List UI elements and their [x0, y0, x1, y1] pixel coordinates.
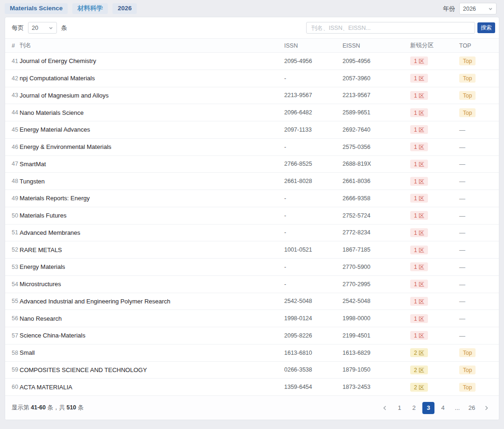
row-number: 59 — [5, 366, 20, 373]
top-cell: Top — [459, 91, 499, 100]
journal-name[interactable]: Advanced Membranes — [20, 229, 284, 236]
journal-name[interactable]: Energy Materials — [20, 263, 284, 270]
year-select[interactable]: 2026 — [459, 3, 497, 14]
eissn-value: 2752-5724 — [343, 212, 410, 219]
journal-name[interactable]: Journal of Energy Chemistry — [20, 57, 284, 64]
col-header-partition: 新锐分区 — [410, 42, 459, 49]
top-cell: Top — [459, 366, 499, 374]
journal-name[interactable]: Materials Reports: Energy — [20, 195, 284, 202]
table-row: 52RARE METALS1001-05211867-71851 区— — [5, 241, 499, 259]
eissn-value: 2057-3960 — [343, 75, 410, 82]
top-cell: — — [459, 160, 499, 168]
row-number: 41 — [5, 58, 20, 64]
journal-name[interactable]: Small — [20, 349, 284, 356]
category-tag[interactable]: Materials Science — [5, 3, 68, 14]
category-tag[interactable]: 材料科学 — [72, 3, 108, 14]
issn-value: 1998-0124 — [284, 315, 343, 322]
row-number: 47 — [5, 161, 20, 167]
row-number: 48 — [5, 178, 20, 184]
partition-badge: 1 区 — [410, 331, 428, 340]
table-row: 44Nano Materials Science2096-64822589-96… — [5, 104, 499, 121]
page-button[interactable]: 1 — [393, 402, 406, 414]
next-page-button[interactable] — [480, 402, 492, 414]
chevron-left-icon — [382, 405, 388, 411]
chevron-right-icon — [483, 405, 489, 411]
per-page-unit: 条 — [61, 24, 67, 32]
eissn-value: 2688-819X — [343, 161, 410, 167]
partition-cell: 1 区 — [410, 56, 459, 65]
per-page-select[interactable]: 20 — [28, 22, 57, 34]
row-number: 43 — [5, 92, 20, 98]
top-badge: Top — [459, 108, 476, 117]
top-empty: — — [459, 315, 465, 322]
table-row: 56Nano Research1998-01241998-00001 区— — [5, 310, 499, 327]
journal-name[interactable]: SmartMat — [20, 161, 284, 168]
journal-name[interactable]: ACTA MATERIALIA — [20, 384, 284, 391]
row-number: 58 — [5, 350, 20, 356]
top-cell: — — [459, 126, 499, 134]
summary-range: 41-60 — [31, 404, 46, 411]
issn-value: - — [284, 144, 343, 150]
eissn-value: 2770-2995 — [343, 281, 410, 288]
partition-badge: 1 区 — [410, 211, 428, 220]
table-footer: 显示第 41-60 条，共 510 条 1234...26 — [5, 396, 499, 420]
top-empty: — — [459, 246, 465, 253]
journal-name[interactable]: npj Computational Materials — [20, 75, 284, 82]
issn-value: 2095-4956 — [284, 58, 343, 64]
search-button[interactable]: 搜索 — [477, 22, 495, 33]
eissn-value: 2666-9358 — [343, 195, 410, 202]
top-empty: — — [459, 127, 465, 134]
top-badge: Top — [459, 56, 476, 65]
journal-name[interactable]: Energy Material Advances — [20, 126, 284, 133]
issn-value: 1613-6810 — [284, 350, 343, 356]
page-button[interactable]: 2 — [408, 402, 420, 414]
journal-name[interactable]: Energy & Environmental Materials — [20, 143, 284, 150]
eissn-value: 2770-5900 — [343, 264, 410, 270]
top-cell: — — [459, 331, 499, 340]
issn-value: 0266-3538 — [284, 366, 343, 373]
partition-cell: 1 区 — [410, 91, 459, 100]
page-ellipsis: ... — [451, 402, 463, 414]
row-number: 44 — [5, 109, 20, 116]
row-number: 42 — [5, 75, 20, 82]
page-button[interactable]: 4 — [437, 402, 449, 414]
top-empty: — — [459, 212, 465, 219]
per-page-value: 20 — [32, 25, 38, 31]
journal-table-card: 每页 20 条 搜索 # 刊名 ISSN EISSN 新锐分区 TOP 41Jo… — [5, 17, 499, 420]
eissn-value: 1879-1050 — [343, 366, 410, 373]
issn-value: 2213-9567 — [284, 92, 343, 98]
partition-badge: 1 区 — [410, 177, 428, 186]
page-button[interactable]: 26 — [466, 402, 478, 414]
table-body: 41Journal of Energy Chemistry2095-495620… — [5, 53, 499, 396]
partition-badge: 1 区 — [410, 246, 428, 254]
journal-name[interactable]: Tungsten — [20, 178, 284, 185]
partition-cell: 1 区 — [410, 177, 459, 186]
journal-name[interactable]: Microstructures — [20, 281, 284, 288]
year-label: 年份 — [443, 5, 455, 13]
result-summary: 显示第 41-60 条，共 510 条 — [12, 404, 84, 412]
journal-name[interactable]: Science China-Materials — [20, 332, 284, 339]
journal-name[interactable]: Nano Materials Science — [20, 109, 284, 116]
page-button-active[interactable]: 3 — [422, 402, 434, 414]
table-row: 54Microstructures-2770-29951 区— — [5, 276, 499, 293]
eissn-value: 2661-8036 — [343, 178, 410, 184]
journal-name[interactable]: Materials Futures — [20, 212, 284, 219]
eissn-value: 1873-2453 — [343, 384, 410, 390]
journal-name[interactable]: Journal of Magnesium and Alloys — [20, 92, 284, 99]
prev-page-button[interactable] — [379, 402, 391, 414]
partition-badge: 1 区 — [410, 297, 428, 306]
table-row: 48Tungsten2661-80282661-80361 区— — [5, 173, 499, 190]
table-row: 60ACTA MATERIALIA1359-64541873-24532 区To… — [5, 379, 499, 396]
journal-name[interactable]: Nano Research — [20, 315, 284, 322]
search-input[interactable] — [306, 22, 475, 34]
chevron-down-icon — [488, 7, 493, 11]
partition-badge: 2 区 — [410, 366, 428, 374]
journal-name[interactable]: Advanced Industrial and Engineering Poly… — [20, 298, 284, 305]
journal-name[interactable]: RARE METALS — [20, 246, 284, 253]
partition-badge: 2 区 — [410, 348, 428, 357]
table-row: 58Small1613-68101613-68292 区Top — [5, 345, 499, 362]
eissn-value: 2772-8234 — [343, 229, 410, 236]
top-cell: Top — [459, 74, 499, 83]
journal-name[interactable]: COMPOSITES SCIENCE AND TECHNOLOGY — [20, 366, 284, 373]
category-tag[interactable]: 2026 — [112, 3, 137, 14]
